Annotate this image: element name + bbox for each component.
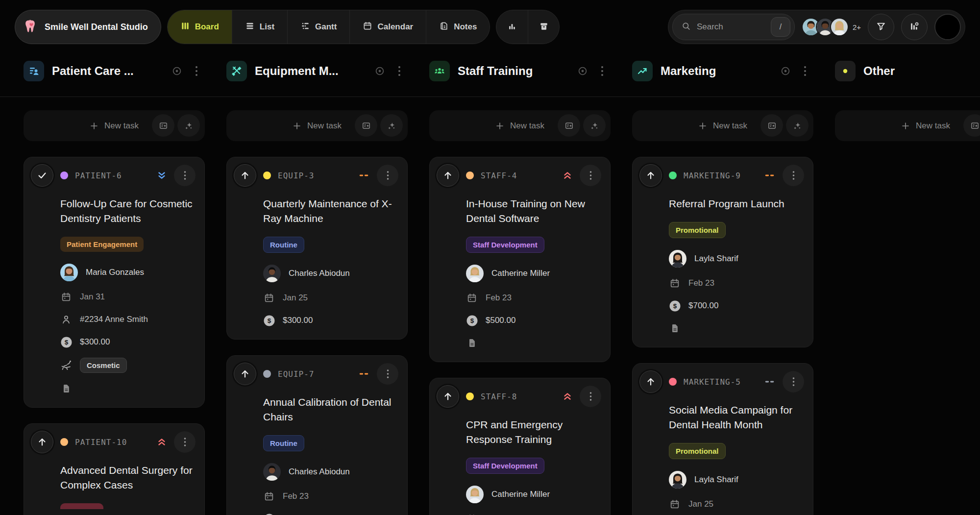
assignee-avatar bbox=[60, 264, 78, 281]
task-complete-button[interactable] bbox=[31, 164, 53, 187]
task-card-staff-4[interactable]: STAFF-4 In-House Training on New Dental … bbox=[429, 157, 611, 362]
svg-text:$: $ bbox=[673, 302, 677, 310]
column-menu-button[interactable] bbox=[398, 65, 401, 77]
task-promote-button[interactable] bbox=[437, 385, 459, 408]
task-card-equip-3[interactable]: EQUIP-3 Quarterly Maintenance of X-Ray M… bbox=[226, 157, 408, 340]
task-promote-button[interactable] bbox=[234, 363, 256, 385]
member-avatar[interactable] bbox=[830, 18, 849, 36]
task-title[interactable]: Referral Program Launch bbox=[669, 196, 804, 211]
archive-button[interactable] bbox=[528, 10, 559, 44]
task-menu-button[interactable] bbox=[580, 165, 601, 186]
cost-icon: $ bbox=[263, 514, 275, 515]
focus-target-icon[interactable] bbox=[577, 66, 588, 76]
gantt-view-icon bbox=[300, 21, 310, 33]
task-menu-button[interactable] bbox=[377, 363, 398, 385]
task-menu-button[interactable] bbox=[174, 165, 196, 186]
tab-notes[interactable]: Notes bbox=[426, 10, 490, 44]
new-from-template-button[interactable] bbox=[760, 114, 783, 137]
ai-create-button[interactable] bbox=[786, 114, 808, 137]
tab-calendar[interactable]: Calendar bbox=[349, 10, 426, 44]
priority-urgent-icon[interactable] bbox=[562, 170, 573, 181]
task-title[interactable]: In-House Training on New Dental Software bbox=[466, 196, 601, 226]
task-title[interactable]: Social Media Campaign for Dental Health … bbox=[669, 403, 804, 432]
new-task-button[interactable]: New task bbox=[429, 110, 611, 141]
focus-target-icon[interactable] bbox=[780, 66, 791, 76]
task-title[interactable]: Advanced Dental Surgery for Complex Case… bbox=[60, 463, 196, 492]
task-title[interactable]: Annual Calibration of Dental Chairs bbox=[263, 395, 398, 424]
tab-gantt[interactable]: Gantt bbox=[287, 10, 349, 44]
column-menu-button[interactable] bbox=[804, 65, 807, 77]
search-input[interactable] bbox=[697, 22, 756, 32]
new-from-template-button[interactable] bbox=[558, 114, 580, 137]
assignee-name: Maria Gonzales bbox=[86, 268, 144, 277]
task-menu-button[interactable] bbox=[580, 386, 601, 407]
column-title: Equipment M... bbox=[255, 64, 339, 78]
search-bar[interactable]: / bbox=[672, 14, 795, 40]
task-promote-button[interactable] bbox=[639, 164, 662, 187]
task-card-marketing-5[interactable]: MARKETING-5 Social Media Campaign for De… bbox=[632, 363, 813, 515]
status-dot bbox=[669, 378, 677, 386]
status-dot bbox=[263, 370, 271, 378]
cost-icon: $ bbox=[669, 300, 681, 312]
staff-training-icon bbox=[429, 61, 450, 81]
task-title[interactable]: Follow-Up Care for Cosmetic Dentistry Pa… bbox=[60, 196, 196, 226]
topbar: Smile Well Dental Studio Board List Gant… bbox=[0, 0, 980, 47]
focus-target-icon[interactable] bbox=[172, 66, 182, 76]
column-menu-button[interactable] bbox=[195, 65, 198, 77]
priority-urgent-icon[interactable] bbox=[156, 437, 167, 447]
task-promote-button[interactable] bbox=[31, 431, 53, 453]
task-card-patient-6[interactable]: PATIENT-6 Follow-Up Care for Cosmetic De… bbox=[24, 157, 205, 408]
new-task-button[interactable]: New task bbox=[632, 110, 813, 141]
tooth-logo-icon bbox=[24, 19, 39, 35]
task-card-patient-10[interactable]: PATIENT-10 Advanced Dental Surgery for C… bbox=[24, 423, 205, 515]
board-tools bbox=[496, 10, 560, 44]
task-menu-button[interactable] bbox=[783, 165, 804, 186]
column-staff-training: Staff Training New task STAFF-4 bbox=[429, 47, 611, 515]
user-avatar[interactable] bbox=[934, 14, 961, 40]
priority-medium-icon[interactable] bbox=[358, 368, 370, 379]
priority-none-icon[interactable] bbox=[764, 376, 776, 387]
priority-medium-icon[interactable] bbox=[764, 170, 776, 181]
member-overflow-count[interactable]: 2+ bbox=[853, 23, 861, 31]
assignee-avatar bbox=[669, 471, 686, 489]
new-from-template-button[interactable] bbox=[355, 114, 377, 137]
column-equipment: Equipment M... New task EQUIP-3 bbox=[226, 47, 408, 515]
assignee-name: Catherine Miller bbox=[491, 490, 550, 499]
task-card-equip-7[interactable]: EQUIP-7 Annual Calibration of Dental Cha… bbox=[226, 355, 408, 515]
equipment-icon bbox=[226, 61, 247, 81]
task-card-marketing-9[interactable]: MARKETING-9 Referral Program Launch Prom… bbox=[632, 157, 813, 347]
new-from-template-button[interactable] bbox=[152, 114, 174, 137]
priority-urgent-icon[interactable] bbox=[562, 391, 573, 402]
new-task-button[interactable]: New task bbox=[226, 110, 408, 141]
task-promote-button[interactable] bbox=[437, 164, 459, 187]
column-menu-button[interactable] bbox=[601, 65, 604, 77]
filter-funnel-icon bbox=[876, 21, 886, 33]
ai-create-button[interactable] bbox=[177, 114, 200, 137]
priority-low-icon[interactable] bbox=[156, 170, 167, 181]
new-task-button[interactable]: New task bbox=[835, 110, 980, 141]
new-from-template-button[interactable] bbox=[963, 114, 980, 137]
task-promote-button[interactable] bbox=[639, 370, 662, 393]
task-menu-button[interactable] bbox=[174, 431, 196, 453]
task-menu-button[interactable] bbox=[377, 165, 398, 186]
cost-icon: $ bbox=[466, 315, 478, 326]
new-task-button[interactable]: New task bbox=[24, 110, 205, 141]
focus-target-icon[interactable] bbox=[374, 66, 385, 76]
ai-create-button[interactable] bbox=[583, 114, 606, 137]
filter-button[interactable] bbox=[868, 14, 894, 40]
task-title[interactable]: CPR and Emergency Response Training bbox=[466, 417, 601, 447]
tab-board[interactable]: Board bbox=[168, 10, 232, 44]
board-settings-button[interactable] bbox=[901, 14, 928, 40]
task-title[interactable]: Quarterly Maintenance of X-Ray Machine bbox=[263, 196, 398, 226]
task-promote-button[interactable] bbox=[234, 164, 256, 187]
patient-care-icon bbox=[24, 61, 44, 81]
workspace-switcher[interactable]: Smile Well Dental Studio bbox=[15, 10, 161, 44]
task-menu-button[interactable] bbox=[783, 371, 804, 392]
due-date: Jan 25 bbox=[283, 293, 308, 303]
priority-medium-icon[interactable] bbox=[358, 170, 370, 181]
ai-create-button[interactable] bbox=[380, 114, 403, 137]
task-card-staff-8[interactable]: STAFF-8 CPR and Emergency Response Train… bbox=[429, 378, 611, 515]
stats-button[interactable] bbox=[496, 10, 528, 44]
cost-icon: $ bbox=[60, 337, 72, 348]
tab-list[interactable]: List bbox=[232, 10, 287, 44]
